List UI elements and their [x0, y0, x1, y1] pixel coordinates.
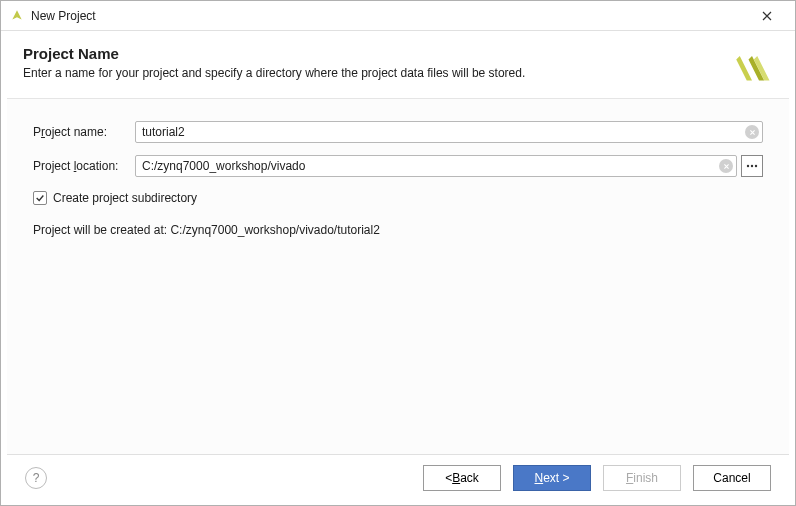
help-icon: ? [33, 471, 40, 485]
create-subdir-checkbox[interactable] [33, 191, 47, 205]
app-icon [9, 8, 25, 24]
vivado-logo-icon [731, 49, 773, 94]
close-button[interactable] [747, 2, 787, 30]
create-subdir-row: Create project subdirectory [33, 191, 763, 205]
project-location-input[interactable] [135, 155, 737, 177]
page-title: Project Name [23, 45, 773, 62]
project-path-preview: Project will be created at: C:/zynq7000_… [33, 223, 763, 237]
svg-point-0 [747, 165, 749, 167]
titlebar: New Project [1, 1, 795, 31]
clear-name-icon[interactable] [745, 125, 759, 139]
page-subtitle: Enter a name for your project and specif… [23, 66, 773, 80]
browse-location-button[interactable] [741, 155, 763, 177]
dialog-header: Project Name Enter a name for your proje… [1, 31, 795, 90]
project-name-row: Project name: [33, 121, 763, 143]
next-button[interactable]: Next > [513, 465, 591, 491]
cancel-button[interactable]: Cancel [693, 465, 771, 491]
project-location-label: Project location: [33, 159, 135, 173]
project-location-row: Project location: [33, 155, 763, 177]
project-name-label: Project name: [33, 125, 135, 139]
help-button[interactable]: ? [25, 467, 47, 489]
window-title: New Project [31, 9, 747, 23]
svg-point-1 [751, 165, 753, 167]
clear-location-icon[interactable] [719, 159, 733, 173]
dialog-footer: ? < Back Next > Finish Cancel [7, 454, 789, 505]
back-button[interactable]: < Back [423, 465, 501, 491]
new-project-dialog: New Project Project Name Enter a name fo… [0, 0, 796, 506]
svg-point-2 [755, 165, 757, 167]
finish-button: Finish [603, 465, 681, 491]
create-subdir-label: Create project subdirectory [53, 191, 197, 205]
project-name-input[interactable] [135, 121, 763, 143]
dialog-body: Project name: Project location: [7, 98, 789, 454]
